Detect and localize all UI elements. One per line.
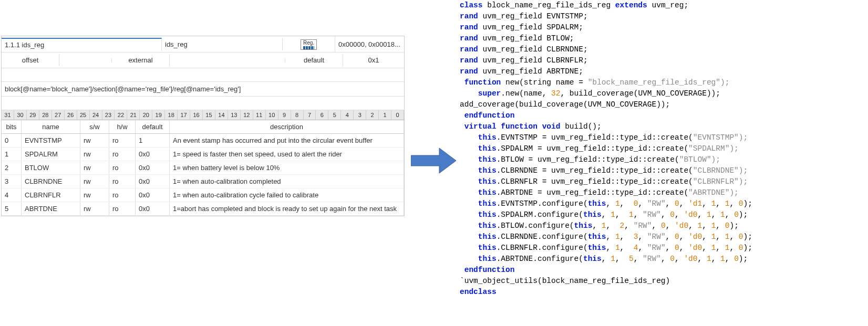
col-def: 0x0 bbox=[136, 175, 170, 188]
col-bits: 0 bbox=[2, 134, 22, 147]
bit-index: 22 bbox=[115, 110, 127, 120]
bit-index: 31 bbox=[2, 110, 14, 120]
bit-index: 12 bbox=[241, 110, 253, 120]
col-sw: rw bbox=[80, 202, 109, 215]
section-number: 1.1.1 ids_reg bbox=[2, 38, 162, 51]
field-table-header: bits name s/w h/w default description bbox=[2, 120, 404, 134]
bit-index: 28 bbox=[39, 110, 52, 120]
col-hw: ro bbox=[109, 148, 136, 161]
bit-index: 5 bbox=[328, 110, 341, 120]
register-meta-row: offset external default 0x1 bbox=[2, 52, 404, 68]
col-hw: ro bbox=[109, 202, 136, 215]
register-xpath: block[@name='block_name']/section[@name=… bbox=[2, 82, 404, 97]
bit-index: 0 bbox=[391, 110, 404, 120]
register-header-row: 1.1.1 ids_reg ids_reg Reg. 0x00000, 0x00… bbox=[2, 36, 404, 52]
offset-value bbox=[59, 58, 112, 62]
default-value: 0x1 bbox=[343, 54, 404, 66]
bit-index: 27 bbox=[52, 110, 65, 120]
bit-index: 2 bbox=[366, 110, 379, 120]
bit-index-header: 3130292827262524232221201918171615141312… bbox=[2, 110, 404, 120]
bit-index: 26 bbox=[65, 110, 77, 120]
col-sw: rw bbox=[80, 134, 109, 147]
col-hw: h/w bbox=[109, 120, 136, 133]
col-name: SPDALRM bbox=[22, 148, 80, 161]
col-def: 0x0 bbox=[136, 148, 170, 161]
col-def: 1 bbox=[136, 134, 170, 147]
reg-icon: Reg. bbox=[301, 39, 317, 50]
bit-index: 19 bbox=[152, 110, 165, 120]
col-name: BTLOW bbox=[22, 161, 80, 174]
col-hw: ro bbox=[109, 175, 136, 188]
table-row: 4CLBRNFLRrwro0x01= when auto-calibration… bbox=[2, 188, 404, 202]
col-name: ABRTDNE bbox=[22, 202, 80, 215]
col-hw: ro bbox=[109, 134, 136, 147]
col-desc: 1=abort has completed and block is ready… bbox=[170, 202, 404, 215]
bit-index: 23 bbox=[102, 110, 115, 120]
table-row: 2BTLOWrwro0x01= when battery level is be… bbox=[2, 161, 404, 175]
col-sw: rw bbox=[80, 161, 109, 174]
col-desc: 1= when battery level is below 10% bbox=[170, 161, 404, 174]
col-sw: s/w bbox=[80, 120, 109, 133]
col-bits: bits bbox=[2, 120, 22, 133]
table-row: 0EVNTSTMPrwro1An event stamp has occurre… bbox=[2, 134, 404, 148]
bit-index: 3 bbox=[354, 110, 366, 120]
col-bits: 1 bbox=[2, 148, 22, 161]
col-desc: 1= when auto-calibration completed bbox=[170, 175, 404, 188]
bit-index: 30 bbox=[14, 110, 27, 120]
table-row: 1SPDALRMrwro0x01= speed is faster then s… bbox=[2, 148, 404, 161]
col-hw: ro bbox=[109, 161, 136, 174]
bit-index: 15 bbox=[203, 110, 215, 120]
generated-code-panel: class block_name_reg_file_ids_reg extend… bbox=[460, 0, 864, 298]
arrow-icon bbox=[411, 146, 456, 175]
external-label: external bbox=[112, 54, 170, 66]
bit-index: 13 bbox=[228, 110, 241, 120]
col-bits: 3 bbox=[2, 175, 22, 188]
bit-index: 29 bbox=[27, 110, 39, 120]
bit-index: 18 bbox=[165, 110, 178, 120]
register-address: 0x00000, 0x00018... bbox=[335, 38, 404, 50]
bit-index: 7 bbox=[304, 110, 316, 120]
col-sw: rw bbox=[80, 148, 109, 161]
external-value bbox=[170, 58, 285, 62]
col-name: name bbox=[22, 120, 80, 133]
bit-index: 1 bbox=[379, 110, 391, 120]
bit-index: 11 bbox=[253, 110, 266, 120]
table-row: 5ABRTDNErwro0x01=abort has completed and… bbox=[2, 202, 404, 216]
bit-index: 4 bbox=[341, 110, 354, 120]
col-bits: 4 bbox=[2, 188, 22, 202]
bit-index: 17 bbox=[178, 110, 190, 120]
bit-index: 21 bbox=[127, 110, 140, 120]
register-spec-panel: 1.1.1 ids_reg ids_reg Reg. 0x00000, 0x00… bbox=[1, 36, 405, 216]
table-row: 3CLBRNDNErwro0x01= when auto-calibration… bbox=[2, 175, 404, 188]
col-name: CLBRNDNE bbox=[22, 175, 80, 188]
col-sw: rw bbox=[80, 188, 109, 202]
col-default: default bbox=[136, 120, 170, 133]
bit-index: 14 bbox=[215, 110, 228, 120]
col-desc: 1= speed is faster then set speed, used … bbox=[170, 148, 404, 161]
default-label: default bbox=[285, 54, 343, 66]
col-def: 0x0 bbox=[136, 188, 170, 202]
col-def: 0x0 bbox=[136, 161, 170, 174]
col-name: CLBRNFLR bbox=[22, 188, 80, 202]
col-sw: rw bbox=[80, 175, 109, 188]
col-hw: ro bbox=[109, 188, 136, 202]
col-name: EVNTSTMP bbox=[22, 134, 80, 147]
col-bits: 5 bbox=[2, 202, 22, 215]
bit-index: 24 bbox=[90, 110, 102, 120]
bit-index: 10 bbox=[266, 110, 278, 120]
register-name: ids_reg bbox=[162, 38, 283, 50]
register-type-badge: Reg. bbox=[283, 36, 335, 52]
bit-index: 9 bbox=[278, 110, 291, 120]
col-desc: 1= when auto-calibration cycle failed to… bbox=[170, 188, 404, 202]
col-def: 0x0 bbox=[136, 202, 170, 215]
offset-label: offset bbox=[2, 54, 59, 66]
spacer bbox=[2, 68, 404, 82]
field-table-body: 0EVNTSTMPrwro1An event stamp has occurre… bbox=[2, 134, 404, 216]
bit-index: 6 bbox=[316, 110, 328, 120]
bit-index: 16 bbox=[190, 110, 203, 120]
bit-index: 20 bbox=[140, 110, 152, 120]
bit-index: 8 bbox=[291, 110, 304, 120]
col-bits: 2 bbox=[2, 161, 22, 174]
svg-marker-0 bbox=[411, 148, 456, 173]
bit-index: 25 bbox=[77, 110, 90, 120]
